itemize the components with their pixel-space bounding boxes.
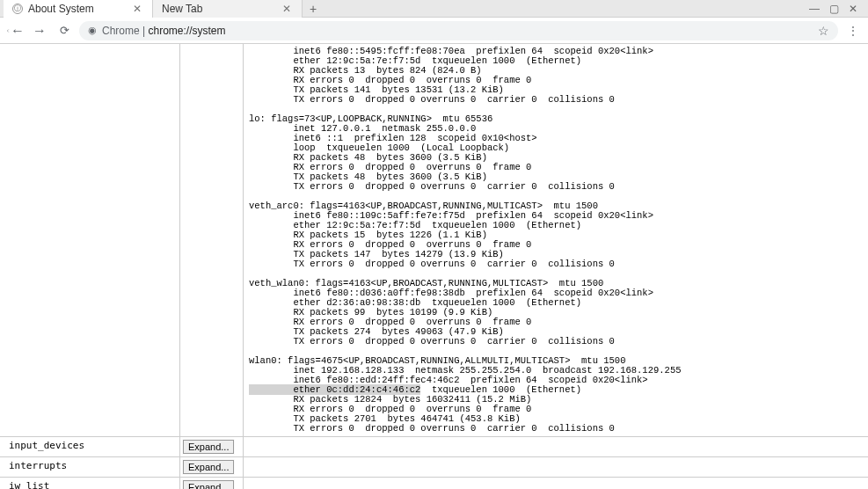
address-bar[interactable]: ◉ Chrome | chrome://system ☆ bbox=[79, 21, 838, 40]
system-row-ifconfig: inet6 fe80::5495:fcff:fe08:70ea prefixle… bbox=[0, 44, 868, 436]
row-value bbox=[243, 437, 868, 456]
system-row-interrupts: interrupts Expand... bbox=[0, 456, 868, 477]
close-icon[interactable]: ✕ bbox=[131, 3, 143, 15]
row-button-cell bbox=[179, 44, 243, 436]
chrome-icon: ◉ bbox=[88, 25, 97, 36]
close-window-icon[interactable]: ✕ bbox=[847, 3, 859, 15]
expand-button[interactable]: Expand... bbox=[183, 480, 234, 489]
browser-menu-button[interactable]: ⋮ bbox=[843, 21, 863, 40]
row-key: input_devices bbox=[0, 437, 179, 456]
system-row-iw-list: iw_list Expand... bbox=[0, 477, 868, 489]
bookmark-star-icon[interactable]: ☆ bbox=[818, 24, 829, 38]
address-path: chrome://system bbox=[148, 25, 225, 37]
row-key: interrupts bbox=[0, 457, 179, 477]
new-tab-button[interactable]: + bbox=[303, 0, 324, 18]
tab-title: About System bbox=[28, 3, 126, 15]
ifconfig-output: inet6 fe80::5495:fcff:fe08:70ea prefixle… bbox=[249, 47, 863, 434]
info-icon: ⓘ bbox=[12, 4, 23, 14]
toolbar: ← → ⟳ ◉ Chrome | chrome://system ☆ ⋮ bbox=[0, 18, 868, 44]
row-button-cell: Expand... bbox=[179, 478, 243, 489]
row-value: inet6 fe80::5495:fcff:fe08:70ea prefixle… bbox=[243, 44, 868, 436]
row-value bbox=[243, 457, 868, 477]
page-content: inet6 fe80::5495:fcff:fe08:70ea prefixle… bbox=[0, 44, 868, 489]
maximize-icon[interactable]: ▢ bbox=[828, 3, 840, 15]
tab-new-tab[interactable]: New Tab ✕ bbox=[153, 0, 303, 18]
close-icon[interactable]: ✕ bbox=[281, 3, 293, 15]
minimize-icon[interactable]: — bbox=[808, 3, 821, 15]
tab-strip: ⓘ About System ✕ New Tab ✕ + — ▢ ✕ bbox=[0, 0, 868, 18]
row-key bbox=[0, 44, 179, 436]
forward-button[interactable]: → bbox=[30, 21, 49, 40]
system-row-input-devices: input_devices Expand... bbox=[0, 436, 868, 456]
expand-button[interactable]: Expand... bbox=[183, 440, 234, 454]
row-button-cell: Expand... bbox=[179, 457, 243, 477]
expand-button[interactable]: Expand... bbox=[183, 460, 234, 474]
tab-about-system[interactable]: ⓘ About System ✕ bbox=[4, 0, 153, 18]
reload-button[interactable]: ⟳ bbox=[55, 21, 74, 40]
back-button[interactable]: ← bbox=[5, 21, 25, 40]
row-value bbox=[243, 478, 868, 489]
row-key: iw_list bbox=[0, 478, 179, 489]
row-button-cell: Expand... bbox=[179, 437, 243, 456]
address-scheme: Chrome bbox=[102, 25, 140, 37]
tab-title: New Tab bbox=[162, 3, 275, 15]
window-controls: — ▢ ✕ bbox=[808, 3, 864, 15]
